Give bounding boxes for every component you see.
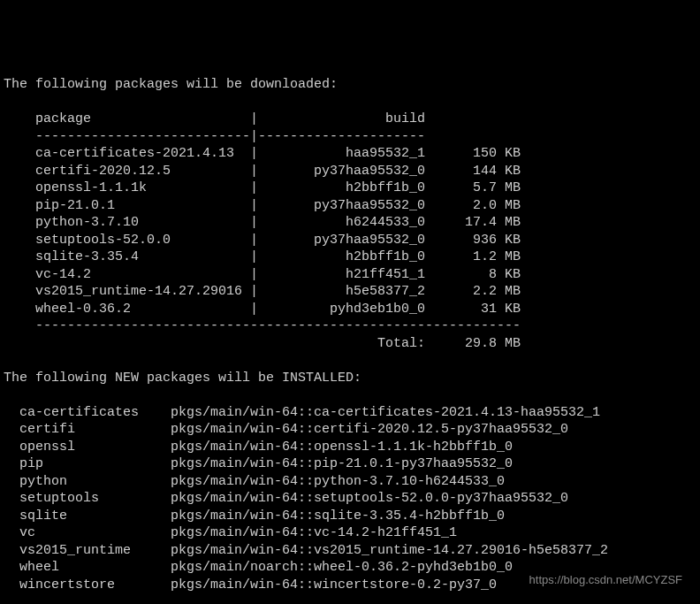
terminal-output: The following packages will be downloade…	[4, 76, 696, 604]
watermark: https://blog.csdn.net/MCYZSF	[529, 573, 682, 588]
